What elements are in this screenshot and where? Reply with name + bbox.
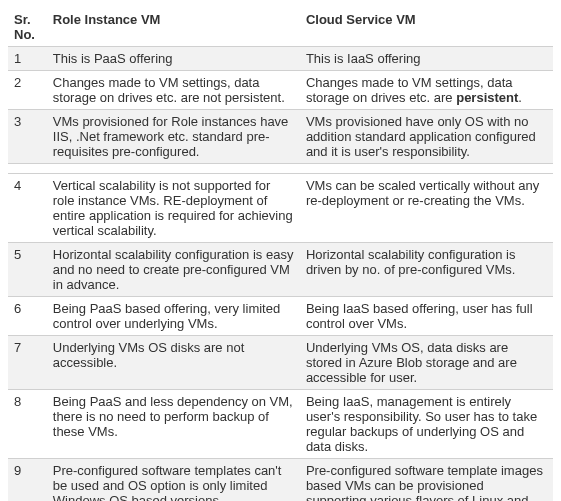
cell-cloud: Changes made to VM settings, data storag… xyxy=(300,71,553,110)
cell-role: Pre-configured software templates can't … xyxy=(47,459,300,502)
comparison-table: Sr. No. Role Instance VM Cloud Service V… xyxy=(8,8,553,501)
cell-role: Vertical scalability is not supported fo… xyxy=(47,174,300,243)
table-row: 2 Changes made to VM settings, data stor… xyxy=(8,71,553,110)
cell-sr: 1 xyxy=(8,47,47,71)
cell-cloud: VMs can be scaled vertically without any… xyxy=(300,174,553,243)
cell-cloud: Pre-configured software template images … xyxy=(300,459,553,502)
header-role-instance: Role Instance VM xyxy=(47,8,300,47)
header-sr-no: Sr. No. xyxy=(8,8,47,47)
cell-cloud: Underlying VMs OS, data disks are stored… xyxy=(300,336,553,390)
cell-sr: 8 xyxy=(8,390,47,459)
cell-sr: 3 xyxy=(8,110,47,164)
table-row: 4 Vertical scalability is not supported … xyxy=(8,174,553,243)
table-row: 8 Being PaaS and less dependency on VM, … xyxy=(8,390,553,459)
table-header-row: Sr. No. Role Instance VM Cloud Service V… xyxy=(8,8,553,47)
cell-sr: 4 xyxy=(8,174,47,243)
cell-role: VMs provisioned for Role instances have … xyxy=(47,110,300,164)
cell-role: This is PaaS offering xyxy=(47,47,300,71)
cell-sr: 6 xyxy=(8,297,47,336)
cell-role: Underlying VMs OS disks are not accessib… xyxy=(47,336,300,390)
cell-role: Being PaaS and less dependency on VM, th… xyxy=(47,390,300,459)
table-row: 5 Horizontal scalability configuration i… xyxy=(8,243,553,297)
cell-cloud: Horizontal scalability configuration is … xyxy=(300,243,553,297)
cell-cloud: Being IaaS based offering, user has full… xyxy=(300,297,553,336)
cell-role: Being PaaS based offering, very limited … xyxy=(47,297,300,336)
cell-role: Changes made to VM settings, data storag… xyxy=(47,71,300,110)
table-row: 6 Being PaaS based offering, very limite… xyxy=(8,297,553,336)
cell-cloud: Being IaaS, management is entirely user'… xyxy=(300,390,553,459)
cell-sr: 5 xyxy=(8,243,47,297)
cell-sr: 2 xyxy=(8,71,47,110)
cell-role: Horizontal scalability configuration is … xyxy=(47,243,300,297)
cell-sr: 9 xyxy=(8,459,47,502)
table-row: 3 VMs provisioned for Role instances hav… xyxy=(8,110,553,164)
cell-cloud: This is IaaS offering xyxy=(300,47,553,71)
cell-sr: 7 xyxy=(8,336,47,390)
table-gap-row xyxy=(8,164,553,174)
table-row: 1 This is PaaS offering This is IaaS off… xyxy=(8,47,553,71)
header-cloud-service: Cloud Service VM xyxy=(300,8,553,47)
table-row: 7 Underlying VMs OS disks are not access… xyxy=(8,336,553,390)
table-row: 9 Pre-configured software templates can'… xyxy=(8,459,553,502)
cell-cloud: VMs provisioned have only OS with no add… xyxy=(300,110,553,164)
